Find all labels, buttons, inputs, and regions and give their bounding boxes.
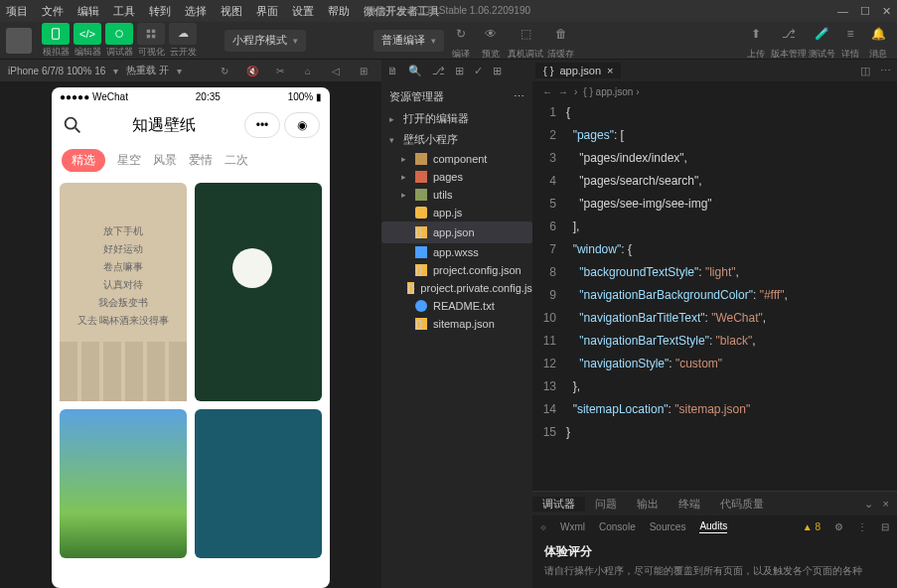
remote-debug-icon[interactable]: ⬚	[513, 21, 538, 47]
dbg-subtab[interactable]: Audits	[699, 520, 727, 533]
version-icon[interactable]: ⎇	[776, 21, 802, 47]
split-icon[interactable]: ◫	[860, 65, 870, 77]
menu-item[interactable]: 编辑	[77, 4, 99, 19]
simulator-panel: iPhone 6/7/8 100% 16▾ 热重载 开▾ ↻ 🔇 ✂ ⌂ ◁ ⊞…	[0, 60, 381, 588]
collapse-icon[interactable]: ⌄	[864, 498, 873, 511]
hot-reload-label[interactable]: 热重载 开	[126, 64, 169, 77]
menu-icon[interactable]: ⋮	[857, 521, 867, 532]
carrier-label: ●●●●● WeChat	[60, 91, 128, 102]
ext-icon[interactable]: ⊞	[455, 65, 464, 77]
more-icon[interactable]: ⋯	[880, 65, 891, 77]
clear-cache-icon[interactable]: 🗑	[548, 21, 574, 47]
file-item[interactable]: app.js	[381, 204, 532, 221]
wallpaper-card[interactable]	[195, 409, 322, 558]
tab-anime[interactable]: 二次	[224, 152, 248, 169]
back-icon[interactable]: ◁	[326, 66, 346, 76]
file-item[interactable]: {}project.config.json	[381, 261, 532, 279]
code-editor[interactable]: 123456789101112131415 { "pages": [ "page…	[532, 101, 897, 491]
gear-icon[interactable]: ⚙	[834, 521, 843, 532]
avatar[interactable]	[6, 28, 32, 54]
menu-item[interactable]: 视图	[221, 4, 242, 19]
more-icon[interactable]: ⊞	[493, 65, 502, 77]
test-icon[interactable]: 🧪	[810, 21, 835, 47]
nav-back-icon[interactable]: ←	[542, 86, 552, 97]
visual-button[interactable]	[137, 23, 165, 45]
menu-item[interactable]: 选择	[185, 4, 207, 19]
menu-item[interactable]: 设置	[292, 4, 314, 19]
dock-icon[interactable]: ⊞	[354, 66, 374, 76]
close-capsule[interactable]: ◉	[284, 112, 320, 138]
dbg-subtab[interactable]: Sources	[650, 521, 686, 532]
tab-love[interactable]: 爱情	[189, 152, 213, 169]
more-icon[interactable]: ⋯	[514, 90, 524, 103]
file-item[interactable]: README.txt	[381, 297, 532, 315]
warning-count[interactable]: ▲ 8	[803, 521, 821, 532]
device-label[interactable]: iPhone 6/7/8 100% 16	[8, 66, 105, 76]
menu-item[interactable]: 转到	[149, 4, 171, 19]
file-tab[interactable]: { } app.json ×	[535, 63, 621, 78]
home-icon[interactable]: ⌂	[298, 66, 318, 76]
inspect-icon[interactable]: ⟐	[540, 521, 546, 532]
label: 调试器	[106, 46, 133, 59]
cloud-button[interactable]: ☁	[169, 23, 197, 45]
folder-item[interactable]: ▸component	[381, 150, 532, 168]
tab-close-icon[interactable]: ×	[607, 65, 613, 76]
dbg-subtab[interactable]: Wxml	[560, 521, 585, 532]
search-icon[interactable]: 🔍	[408, 65, 422, 77]
close-icon[interactable]: ✕	[882, 5, 891, 18]
mode-select[interactable]: 小程序模式▾	[224, 30, 306, 52]
menu-item[interactable]: 帮助	[328, 4, 350, 19]
file-item[interactable]: app.wxss	[381, 243, 532, 261]
folder-item[interactable]: ▸pages	[381, 168, 532, 186]
test-icon[interactable]: ✓	[474, 65, 483, 77]
svg-rect-3	[152, 29, 155, 32]
dock-icon[interactable]: ⊟	[881, 521, 889, 532]
label: 编译	[452, 48, 470, 61]
dbg-tab[interactable]: 调试器	[532, 497, 585, 512]
search-icon[interactable]	[62, 114, 83, 136]
debugger-button[interactable]	[105, 23, 133, 45]
close-icon[interactable]: ×	[883, 498, 889, 510]
message-icon[interactable]: 🔔	[865, 21, 891, 47]
preview-icon[interactable]: 👁	[478, 21, 504, 47]
compile-select[interactable]: 普通编译▾	[374, 30, 444, 52]
wallpaper-card[interactable]	[195, 183, 322, 401]
dbg-tab[interactable]: 代码质量	[710, 497, 774, 512]
file-item[interactable]: {}app.json	[381, 221, 532, 243]
menu-item[interactable]: 文件	[42, 4, 64, 19]
menu-item[interactable]: 项目	[6, 4, 28, 19]
compile-icon[interactable]: ↻	[448, 21, 474, 47]
file-item[interactable]: {}sitemap.json	[381, 315, 532, 333]
menu-item[interactable]: 界面	[256, 4, 278, 19]
nav-fwd-icon[interactable]: →	[558, 86, 568, 97]
breadcrumb-item[interactable]: { } app.json ›	[583, 86, 639, 97]
maximize-icon[interactable]: ☐	[860, 5, 870, 18]
git-icon[interactable]: ⎇	[432, 65, 445, 77]
explorer-icon[interactable]: 🗎	[387, 65, 398, 76]
menu-item[interactable]: 工具	[113, 4, 135, 19]
dbg-subtab[interactable]: Console	[599, 521, 636, 532]
upload-icon[interactable]: ⬆	[743, 21, 769, 47]
detail-icon[interactable]: ≡	[837, 21, 863, 47]
tab-featured[interactable]: 精选	[62, 149, 105, 172]
cut-icon[interactable]: ✂	[270, 66, 290, 76]
dbg-tab[interactable]: 输出	[627, 497, 669, 512]
mute-icon[interactable]: 🔇	[242, 66, 262, 76]
menu-capsule[interactable]: •••	[244, 112, 280, 138]
tab-scenery[interactable]: 风景	[153, 152, 177, 169]
folder-item[interactable]: ▸utils	[381, 186, 532, 204]
phone-simulator: ●●●●● WeChat 20:35 100% ▮ 知遇壁纸 ••• ◉ 精选 …	[52, 87, 330, 588]
editor-button[interactable]: </>	[74, 23, 101, 45]
label: 真机调试	[508, 48, 543, 61]
simulator-button[interactable]	[42, 23, 70, 45]
tab-starry[interactable]: 星空	[117, 152, 141, 169]
dbg-tab[interactable]: 终端	[669, 497, 710, 512]
minimize-icon[interactable]: —	[837, 5, 848, 18]
dbg-tab[interactable]: 问题	[585, 497, 627, 512]
rotate-icon[interactable]: ↻	[215, 66, 234, 76]
project-root[interactable]: ▾壁纸小程序	[381, 129, 532, 150]
wallpaper-card[interactable]	[60, 409, 187, 558]
file-item[interactable]: {}project.private.config.js...	[381, 279, 532, 297]
open-editors-section[interactable]: ▸打开的编辑器	[381, 108, 532, 129]
wallpaper-card[interactable]: 放下手机 好好运动 卷点嘛事 认真对待 我会叛变书 又去 喝杯酒来没得事	[60, 183, 187, 401]
